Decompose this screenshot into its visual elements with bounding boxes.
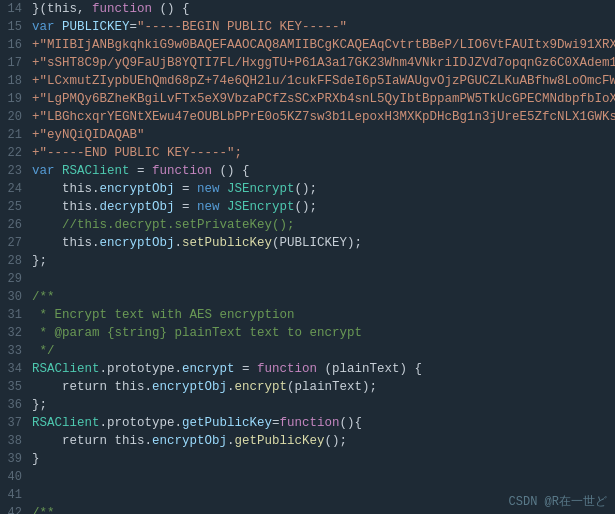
- code-token: encryptObj: [100, 236, 175, 250]
- line-number: 42: [0, 504, 32, 514]
- line-content: +"-----END PUBLIC KEY-----";: [32, 144, 615, 162]
- code-token: =: [130, 20, 138, 34]
- line-number: 15: [0, 18, 32, 36]
- code-token: var: [32, 20, 62, 34]
- line-number: 19: [0, 90, 32, 108]
- line-content: }(this, function () {: [32, 0, 615, 18]
- table-row: 24 this.encryptObj = new JSEncrypt();: [0, 180, 615, 198]
- table-row: 36};: [0, 396, 615, 414]
- line-content: * @param {string} plainText text to encr…: [32, 324, 615, 342]
- line-content: RSAClient.prototype.encrypt = function (…: [32, 360, 615, 378]
- line-number: 37: [0, 414, 32, 432]
- line-number: 38: [0, 432, 32, 450]
- code-token: function: [92, 2, 152, 16]
- code-token: * Encrypt text with AES encryption: [32, 308, 295, 322]
- code-token: =: [130, 164, 153, 178]
- code-token: =: [272, 416, 280, 430]
- line-content: [32, 468, 615, 486]
- line-number: 24: [0, 180, 32, 198]
- code-token: * @param {string} plainText text to encr…: [32, 326, 362, 340]
- line-content: };: [32, 396, 615, 414]
- code-token: .prototype.: [100, 416, 183, 430]
- code-token: +"LCxmutZIypbUEhQmd68pZ+74e6QH2lu/1cukFF…: [32, 74, 615, 88]
- code-token: this.: [32, 182, 100, 196]
- code-token: }: [32, 452, 40, 466]
- table-row: 40: [0, 468, 615, 486]
- line-number: 39: [0, 450, 32, 468]
- table-row: 29: [0, 270, 615, 288]
- line-content: var PUBLICKEY="-----BEGIN PUBLIC KEY----…: [32, 18, 615, 36]
- code-token: (){: [340, 416, 363, 430]
- line-number: 34: [0, 360, 32, 378]
- code-token: +"MIIBIjANBgkqhkiG9w0BAQEFAAOCAQ8AMIIBCg…: [32, 38, 615, 52]
- table-row: 38 return this.encryptObj.getPublicKey()…: [0, 432, 615, 450]
- table-row: 15var PUBLICKEY="-----BEGIN PUBLIC KEY--…: [0, 18, 615, 36]
- code-token: setPublicKey: [182, 236, 272, 250]
- table-row: 25 this.decryptObj = new JSEncrypt();: [0, 198, 615, 216]
- code-token: +"LgPMQy6BZheKBgiLvFTx5eX9VbzaPCfZsSCxPR…: [32, 92, 615, 106]
- table-row: 31 * Encrypt text with AES encryption: [0, 306, 615, 324]
- table-row: 20+"LBGhcxqrYEGNtXEwu47eOUBLbPPrE0o5KZ7s…: [0, 108, 615, 126]
- code-token: encryptObj: [152, 434, 227, 448]
- code-token: () {: [212, 164, 250, 178]
- line-number: 20: [0, 108, 32, 126]
- table-row: 23var RSAClient = function () {: [0, 162, 615, 180]
- line-content: };: [32, 252, 615, 270]
- line-number: 27: [0, 234, 32, 252]
- code-token: +"sSHT8C9p/yQ9FaUjB8YQTI7FL/HxggTU+P61A3…: [32, 56, 615, 70]
- watermark: CSDN @R在一世ど: [509, 493, 607, 510]
- line-number: 40: [0, 468, 32, 486]
- line-number: 35: [0, 378, 32, 396]
- code-token: function: [257, 362, 317, 376]
- line-number: 17: [0, 54, 32, 72]
- line-number: 22: [0, 144, 32, 162]
- line-content: +"LgPMQy6BZheKBgiLvFTx5eX9VbzaPCfZsSCxPR…: [32, 90, 615, 108]
- code-token: encryptObj: [152, 380, 227, 394]
- code-token: decryptObj: [100, 200, 175, 214]
- table-row: 28};: [0, 252, 615, 270]
- code-token: ();: [325, 434, 348, 448]
- line-content: /**: [32, 288, 615, 306]
- code-token: ();: [295, 182, 318, 196]
- table-row: 27 this.encryptObj.setPublicKey(PUBLICKE…: [0, 234, 615, 252]
- code-token: */: [32, 344, 55, 358]
- code-token: RSAClient: [32, 416, 100, 430]
- code-token: "-----BEGIN PUBLIC KEY-----": [137, 20, 347, 34]
- line-content: * Encrypt text with AES encryption: [32, 306, 615, 324]
- code-token: encrypt: [235, 380, 288, 394]
- code-token: this.: [32, 200, 100, 214]
- code-token: JSEncrypt: [227, 200, 295, 214]
- code-token: .: [175, 236, 183, 250]
- code-token: new: [197, 200, 227, 214]
- line-content: return this.encryptObj.encrypt(plainText…: [32, 378, 615, 396]
- code-token: };: [32, 254, 47, 268]
- code-token: return this.: [32, 380, 152, 394]
- code-lines: 14}(this, function () {15var PUBLICKEY="…: [0, 0, 615, 514]
- code-token: /**: [32, 290, 55, 304]
- code-token: .: [227, 434, 235, 448]
- line-number: 16: [0, 36, 32, 54]
- line-number: 18: [0, 72, 32, 90]
- code-token: RSAClient: [62, 164, 130, 178]
- line-number: 36: [0, 396, 32, 414]
- code-token: new: [197, 182, 227, 196]
- code-token: +"LBGhcxqrYEGNtXEwu47eOUBLbPPrE0o5KZ7sw3…: [32, 110, 615, 124]
- code-token: .prototype.: [100, 362, 183, 376]
- table-row: 30/**: [0, 288, 615, 306]
- code-token: }(this,: [32, 2, 92, 16]
- table-row: 19+"LgPMQy6BZheKBgiLvFTx5eX9VbzaPCfZsSCx…: [0, 90, 615, 108]
- code-token: ();: [295, 200, 318, 214]
- code-token: (PUBLICKEY);: [272, 236, 362, 250]
- line-number: 23: [0, 162, 32, 180]
- table-row: 35 return this.encryptObj.encrypt(plainT…: [0, 378, 615, 396]
- code-token: =: [175, 200, 198, 214]
- line-number: 41: [0, 486, 32, 504]
- code-token: this.: [32, 236, 100, 250]
- table-row: 32 * @param {string} plainText text to e…: [0, 324, 615, 342]
- code-token: () {: [152, 2, 190, 16]
- code-token: getPublicKey: [182, 416, 272, 430]
- line-number: 28: [0, 252, 32, 270]
- code-token: PUBLICKEY: [62, 20, 130, 34]
- line-content: +"LCxmutZIypbUEhQmd68pZ+74e6QH2lu/1cukFF…: [32, 72, 615, 90]
- code-token: =: [175, 182, 198, 196]
